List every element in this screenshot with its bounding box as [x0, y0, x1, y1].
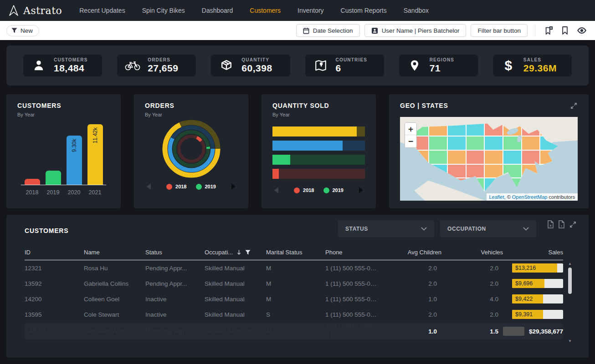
eye-icon [577, 27, 587, 34]
state-shape[interactable] [467, 151, 484, 164]
bookmark-add-button[interactable] [543, 26, 555, 35]
state-shape[interactable] [503, 151, 521, 164]
customers-by-year-panel: CUSTOMERS By Year 9.30k11.42k 2018201920… [6, 94, 121, 208]
legend-item-2018[interactable]: 2018 [166, 184, 186, 190]
bar-2018[interactable] [25, 179, 40, 185]
toolbar-right: Date SelectionUser Name | Piers Batchelo… [296, 24, 589, 37]
state-shape[interactable] [522, 151, 540, 164]
new-filter-button[interactable]: New [6, 25, 39, 36]
table-row[interactable]: 14200Colleen GoelInactiveSkilled ManualM… [25, 291, 563, 307]
nav-item-inventory[interactable]: Inventory [298, 7, 324, 14]
state-shape[interactable] [467, 165, 484, 178]
kpi-card-customers[interactable]: CUSTOMERS18,484 [23, 55, 102, 76]
cell-avg_children: 2.0 [382, 311, 441, 318]
bar-2021[interactable]: 11.42k [87, 124, 103, 185]
column-header-marital-status[interactable]: Marital Status [266, 249, 325, 256]
sort-down-icon[interactable] [236, 249, 241, 255]
column-filter-icon[interactable] [245, 250, 251, 255]
bar-2019[interactable] [46, 171, 61, 185]
bar-value-label: 11.42k [92, 127, 98, 143]
state-shape[interactable] [429, 136, 447, 150]
nav-item-recent-updates[interactable]: Recent Updates [79, 7, 125, 14]
cell-avg_children: 1.0 [382, 296, 441, 303]
legend-item-2019[interactable]: 2019 [196, 184, 216, 190]
column-header-vehicles[interactable]: Vehicles [441, 249, 503, 256]
legend-item-2019[interactable]: 2019 [323, 187, 344, 193]
bar-2020[interactable]: 9.30k [67, 136, 82, 185]
hbar-2021[interactable] [272, 126, 365, 136]
occupation-dropdown[interactable]: OCCUPATION [440, 220, 536, 237]
table-row[interactable]: 13592Gabriella CollinsPending Appr...Ski… [25, 276, 563, 291]
table-row[interactable]: 12321Rosa HuPending Appr...Skilled Manua… [25, 260, 563, 276]
bookmark-button[interactable] [559, 26, 570, 35]
legend-item-2018[interactable]: 2018 [294, 187, 314, 193]
nav-item-custom-reports[interactable]: Custom Reports [341, 7, 387, 14]
bar-value-label: 9.30k [71, 139, 77, 152]
kpi-label: ORDERS [148, 57, 178, 62]
kpi-card-countries[interactable]: COUNTRIES6 [305, 55, 384, 76]
export-excel-icon[interactable]: x [547, 220, 554, 230]
table-scrollbar[interactable]: ▲ ▼ [568, 262, 572, 343]
top-nav: Astrato Recent UpdatesSpin City BikesDas… [0, 0, 595, 21]
export-csv-icon[interactable]: , [558, 220, 565, 230]
brand[interactable]: Astrato [8, 5, 62, 16]
legend-prev-icon[interactable] [274, 187, 278, 193]
status-dropdown[interactable]: STATUS [338, 220, 434, 237]
zoom-in-button[interactable]: + [405, 123, 416, 135]
cell-marital: M [266, 280, 325, 287]
leaflet-map[interactable]: + − Leaflet, © OpenStreetMap contributor… [400, 117, 578, 201]
state-shape[interactable] [448, 136, 466, 150]
state-shape[interactable] [485, 165, 503, 178]
x-axis-line [21, 185, 106, 185]
cell-occupation: Skilled Manual [205, 265, 266, 272]
kpi-card-quantity[interactable]: QUANTITY60,398 [211, 55, 290, 76]
column-header-sales[interactable]: Sales [503, 249, 563, 256]
legend-next-icon[interactable] [231, 183, 236, 190]
expand-icon[interactable] [570, 102, 578, 111]
cell-id: 12321 [25, 265, 84, 272]
leaflet-link[interactable]: Leaflet [489, 194, 504, 200]
sales-value: $13,216 [515, 263, 536, 273]
table-row[interactable]: 13595Cole StewartInactiveSkilled ManualS… [25, 307, 563, 322]
state-shape[interactable] [429, 151, 447, 164]
nav-item-sandbox[interactable]: Sandbox [404, 7, 429, 14]
zoom-out-button[interactable]: − [405, 135, 416, 147]
nav-item-dashboard[interactable]: Dashboard [202, 7, 233, 14]
sales-value: $9,391 [515, 310, 533, 319]
kpi-card-orders[interactable]: ORDERS27,659 [117, 55, 196, 76]
state-shape[interactable] [467, 123, 484, 136]
kpi-value: 60,398 [241, 63, 272, 74]
x-tick-label: 2021 [87, 189, 103, 196]
cell-vehicles: 2.0 [441, 265, 503, 272]
column-header-avg-children[interactable]: Avg Children [382, 249, 441, 256]
column-header-phone[interactable]: Phone [325, 249, 382, 256]
scroll-down-icon[interactable]: ▼ [568, 339, 572, 343]
hbar-2020[interactable] [272, 141, 365, 151]
nav-item-spin-city-bikes[interactable]: Spin City Bikes [142, 7, 185, 14]
kpi-card-regions[interactable]: REGIONS71 [399, 55, 478, 76]
expand-icon[interactable] [569, 220, 577, 230]
column-header-id[interactable]: ID [25, 249, 84, 256]
column-header-status[interactable]: Status [145, 249, 205, 256]
hbar-2018[interactable] [272, 169, 365, 179]
toolbar-button-user-name-piers-batchelor[interactable]: User Name | Piers Batchelor [364, 24, 467, 37]
nav-item-customers[interactable]: Customers [250, 7, 281, 14]
state-shape[interactable] [485, 151, 503, 164]
state-shape[interactable] [448, 151, 466, 164]
toolbar-button-date-selection[interactable]: Date Selection [296, 24, 360, 37]
scroll-up-icon[interactable]: ▲ [568, 262, 572, 266]
legend-prev-icon[interactable] [147, 183, 151, 190]
cell-vehicles: 4.0 [441, 296, 503, 303]
scrollbar-thumb[interactable] [568, 268, 572, 294]
osm-link[interactable]: OpenStreetMap [512, 194, 548, 200]
state-shape[interactable] [467, 136, 484, 150]
hbar-2019[interactable] [272, 155, 365, 165]
eye-button[interactable] [575, 27, 589, 34]
column-header-name[interactable]: Name [84, 249, 145, 256]
column-header-occupati[interactable]: Occupati... [205, 249, 266, 256]
state-shape[interactable] [522, 136, 540, 150]
kpi-card-sales[interactable]: $SALES29.36M [493, 55, 572, 76]
toolbar-button-filter-bar-button[interactable]: Filter bar button [471, 24, 528, 37]
state-shape[interactable] [485, 136, 503, 150]
legend-next-icon[interactable] [359, 187, 363, 193]
